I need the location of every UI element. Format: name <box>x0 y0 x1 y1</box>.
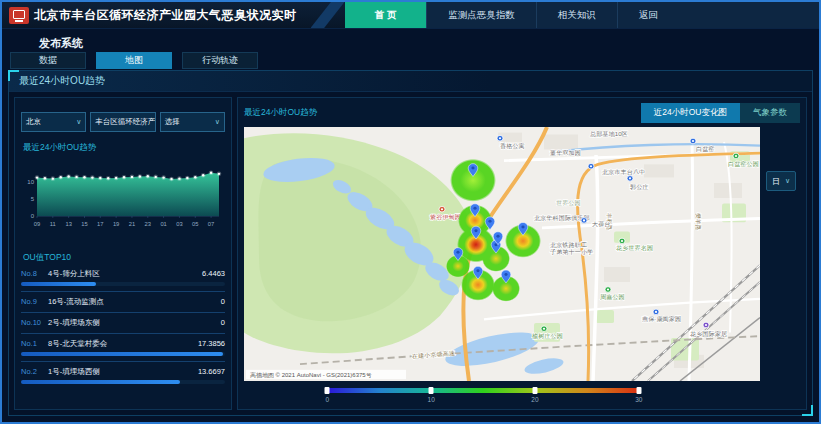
data-point <box>52 177 54 179</box>
nav-item-相关知识[interactable]: 相关知识 <box>536 2 617 28</box>
data-point <box>139 175 141 177</box>
map-label: 花乡世界名园 <box>616 244 653 252</box>
rank-label: No.10 <box>21 318 48 327</box>
toplist-title: OU值TOP10 <box>23 252 225 264</box>
filter-select-1[interactable]: 丰台区循环经济产∨ <box>90 112 155 132</box>
data-point <box>186 177 188 179</box>
ou-bar-track <box>21 380 225 384</box>
y-tick-label: 5 <box>31 196 35 202</box>
map-label: 白盆窑公园 <box>728 160 759 168</box>
legend-tick-label: 10 <box>428 396 435 403</box>
data-point <box>44 177 46 179</box>
nav-item-首 页[interactable]: 首 页 <box>345 2 427 28</box>
toplist-row: No.84号-筛分上料区6.4463 <box>21 269 225 292</box>
main-panel: 最近24小时OU趋势 北京∨丰台区循环经济产∨选择∨ 最近24小时OU趋势 05… <box>8 70 813 416</box>
publish-tab-地图[interactable]: 地图 <box>96 52 172 69</box>
row-divider <box>21 291 225 292</box>
poi-icon-dot <box>621 240 623 242</box>
map-label: 香格公寓 <box>500 142 525 150</box>
poi-icon-dot <box>607 288 609 290</box>
rank-label: No.2 <box>21 367 48 376</box>
select-row: 北京∨丰台区循环经济产∨选择∨ <box>21 112 225 132</box>
filter-select-0[interactable]: 北京∨ <box>21 112 86 132</box>
data-point <box>67 175 69 177</box>
toplist-row: No.102号-填埋场东侧0 <box>21 318 225 334</box>
trend-chart: 0510091113151719212301030507 <box>21 156 223 242</box>
rank-label: No.8 <box>21 269 48 278</box>
x-tick-label: 17 <box>97 221 103 227</box>
chart-title: 最近24小时OU趋势 <box>23 142 225 154</box>
map-label: 樊羊路 <box>694 213 701 230</box>
row-divider <box>21 312 225 313</box>
heat-legend: 0102030 <box>244 381 800 405</box>
poi-icon-dot <box>590 165 592 167</box>
x-tick-label: 05 <box>192 221 198 227</box>
publish-tab-数据[interactable]: 数据 <box>10 52 86 69</box>
toplist-row-line: No.84号-筛分上料区6.4463 <box>21 269 225 279</box>
toplist-row: No.916号-流动监测点0 <box>21 297 225 313</box>
nav-item-返回[interactable]: 返回 <box>617 2 679 28</box>
header-divider-slash <box>311 2 345 28</box>
main-content: 北京∨丰台区循环经济产∨选择∨ 最近24小时OU趋势 0510091113151… <box>9 92 812 415</box>
corner-accent <box>8 70 19 81</box>
select-value: 选择 <box>165 117 180 127</box>
app-title: 北京市丰台区循环经济产业园大气恶臭状况实时 <box>34 7 297 24</box>
toplist-row-line: No.21号-填埋场西侧13.6697 <box>21 367 225 377</box>
time-granularity-value: 日 <box>772 176 780 187</box>
ou-bar-track <box>21 352 225 356</box>
legend-tick-label: 0 <box>326 396 330 403</box>
row-divider <box>21 333 225 334</box>
x-tick-label: 21 <box>129 221 135 227</box>
map-pin-dot <box>476 269 479 272</box>
toplist-row: No.18号-北天堂村委会17.3856 <box>21 339 225 362</box>
ou-value: 0 <box>221 297 225 306</box>
legend-node <box>325 387 330 394</box>
site-name: 8号-北天堂村委会 <box>48 339 198 349</box>
time-granularity-select[interactable]: 日 ∨ <box>766 171 796 191</box>
map-button-气象参数[interactable]: 气象参数 <box>740 103 800 123</box>
ou-value: 17.3856 <box>198 339 225 348</box>
publish-tab-行动轨迹[interactable]: 行动轨迹 <box>182 52 258 69</box>
chevron-down-icon: ∨ <box>785 177 790 185</box>
map-panel: 最近24小时OU趋势 近24小时OU变化图气象参数 <box>237 97 807 410</box>
area-series <box>37 173 219 216</box>
map-label: 子弟第十一小学 <box>549 248 593 256</box>
map-pin-dot <box>521 225 524 228</box>
toplist-row-line: No.102号-填埋场东侧0 <box>21 318 225 328</box>
map-pin-dot <box>471 167 474 170</box>
map-label: 榆树庄公园 <box>532 332 563 339</box>
toplist-row: No.21号-填埋场西侧13.6697 <box>21 367 225 384</box>
poi-icon-dot <box>499 137 501 139</box>
data-point <box>218 173 220 175</box>
top-header: 北京市丰台区循环经济产业园大气恶臭状况实时 首 页监测点恶臭指数相关知识返回 <box>2 2 819 29</box>
site-name: 16号-流动监测点 <box>48 297 221 307</box>
map-button-近24小时OU变化图[interactable]: 近24小时OU变化图 <box>641 103 740 123</box>
nav-item-监测点恶臭指数[interactable]: 监测点恶臭指数 <box>426 2 536 28</box>
data-point <box>91 176 93 178</box>
map-label: 北京市丰台八中 <box>602 168 645 176</box>
map-body: 香格公寓总部基地10区董华双加园白盆窑白盆窑公园北京市丰台八中郭公庄世界公园丰科… <box>244 127 800 381</box>
x-tick-label: 01 <box>160 221 166 227</box>
map-canvas[interactable]: 香格公寓总部基地10区董华双加园白盆窑白盆窑公园北京市丰台八中郭公庄世界公园丰科… <box>244 127 760 381</box>
map-label: 郭公庄 <box>629 183 649 191</box>
data-point <box>83 176 85 178</box>
toplist-row-line: No.916号-流动监测点0 <box>21 297 225 307</box>
rank-label: No.1 <box>21 339 48 348</box>
data-point <box>202 174 204 176</box>
filter-select-2[interactable]: 选择∨ <box>160 112 225 132</box>
ou-value: 6.4463 <box>202 269 225 278</box>
map-title: 最近24小时OU趋势 <box>244 107 317 119</box>
map-label: 燕保·康阖家园 <box>642 315 681 323</box>
data-point <box>36 176 38 178</box>
ou-value: 0 <box>221 318 225 327</box>
map-pin-dot <box>488 220 491 223</box>
ou-toplist: No.84号-筛分上料区6.4463No.916号-流动监测点0No.102号-… <box>21 269 225 384</box>
poi-icon-dot <box>655 311 657 313</box>
data-point <box>170 178 172 180</box>
app-window: 北京市丰台区循环经济产业园大气恶臭状况实时 首 页监测点恶臭指数相关知识返回 发… <box>0 0 821 424</box>
data-point <box>178 177 180 179</box>
y-tick-label: 10 <box>27 179 34 185</box>
map-header: 最近24小时OU趋势 近24小时OU变化图气象参数 <box>244 102 800 124</box>
map-label: 花乡国际家居 <box>690 330 727 338</box>
y-tick-label: 0 <box>31 213 35 219</box>
